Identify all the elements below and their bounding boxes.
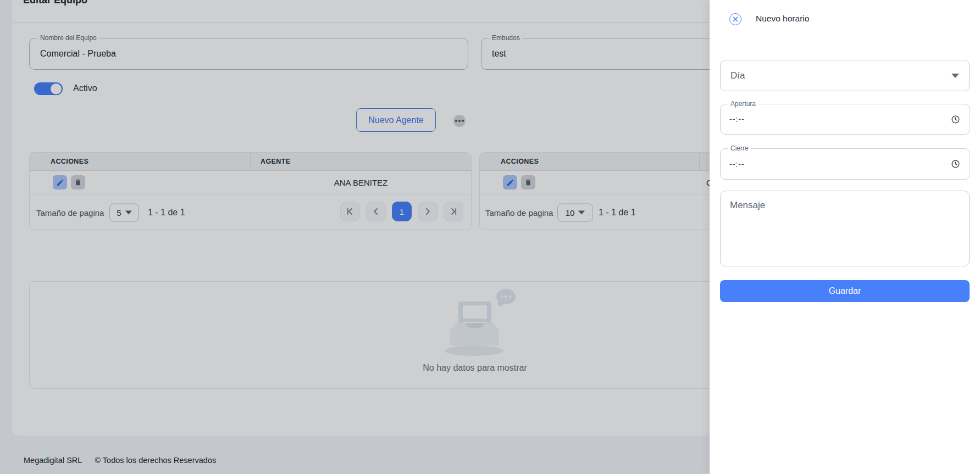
chevron-down-icon (951, 74, 959, 78)
new-schedule-drawer: Nuevo horario Día Apertura --:-- Cierre … (710, 0, 980, 474)
drawer-close-button[interactable] (729, 13, 741, 25)
message-textarea[interactable]: Mensaje (720, 191, 970, 266)
closing-time-picker-button[interactable] (950, 159, 961, 170)
opening-time-label: Apertura (728, 100, 758, 108)
drawer-title: Nuevo horario (756, 14, 809, 24)
clock-icon (951, 115, 960, 124)
opening-time-value: --:-- (729, 115, 950, 124)
close-icon (733, 16, 738, 22)
opening-time-field[interactable]: Apertura --:-- (720, 104, 970, 135)
day-select[interactable]: Día (720, 60, 970, 91)
clock-icon (951, 159, 960, 169)
message-placeholder: Mensaje (730, 200, 765, 210)
closing-time-value: --:-- (729, 160, 950, 169)
closing-time-label: Cierre (728, 144, 751, 152)
opening-time-picker-button[interactable] (950, 114, 961, 125)
save-button[interactable]: Guardar (720, 280, 970, 302)
day-select-placeholder: Día (730, 70, 951, 81)
closing-time-field[interactable]: Cierre --:-- (720, 148, 970, 180)
save-button-label: Guardar (829, 286, 861, 296)
